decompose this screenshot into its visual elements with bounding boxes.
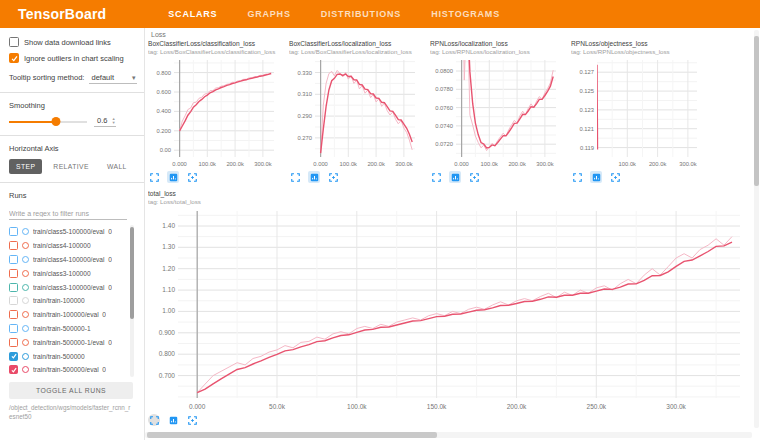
chart-tag: tag: Loss/RPNLoss/objectness_loss — [571, 48, 708, 56]
svg-text:1.00: 1.00 — [162, 307, 175, 314]
svg-text:200.0k: 200.0k — [507, 403, 527, 410]
smoothing-slider[interactable] — [9, 121, 87, 123]
runs-scrollbar[interactable] — [130, 225, 134, 377]
run-row[interactable]: train/train-500000/eval_0 — [9, 363, 138, 377]
chart-tag: tag: Loss/total_loss — [148, 198, 754, 206]
show-download-links-checkbox[interactable]: Show data download links — [9, 37, 138, 47]
svg-text:300.0k: 300.0k — [679, 161, 697, 167]
chevron-down-icon: ▾ — [132, 74, 136, 82]
chart-card: RPNLoss/objectness_losstag: Loss/RPNLoss… — [571, 40, 708, 184]
smoothing-control: 0.6 ▴▾ — [9, 116, 138, 127]
svg-text:0.000: 0.000 — [189, 403, 206, 410]
app-title: TensorBoard — [18, 6, 106, 22]
svg-text:0.119: 0.119 — [580, 145, 594, 151]
slider-thumb[interactable] — [51, 117, 60, 126]
run-color-swatch-icon — [22, 339, 29, 346]
expand-icon[interactable] — [148, 414, 160, 426]
run-checkbox[interactable] — [9, 338, 18, 347]
line-chart[interactable]: 0.000.2000.4000.6000.8000.000100.0k200.0… — [148, 57, 278, 169]
spinner-icon[interactable]: ▴▾ — [112, 117, 114, 124]
runs-label: Runs — [9, 191, 138, 200]
tab-histograms[interactable]: HISTOGRAMS — [431, 9, 500, 19]
run-color-swatch-icon — [22, 297, 29, 304]
smoothing-value: 0.6 — [97, 116, 107, 125]
run-checkbox[interactable] — [9, 255, 18, 264]
run-color-swatch-icon — [22, 242, 29, 249]
horizontal-scrollbar[interactable] — [145, 432, 752, 438]
run-row[interactable]: train/train-500000-1 — [9, 322, 138, 336]
tab-scalars[interactable]: SCALARS — [168, 9, 217, 19]
fit-domain-icon[interactable] — [186, 171, 198, 183]
svg-text:0.270: 0.270 — [297, 135, 312, 141]
fit-domain-icon[interactable] — [468, 171, 480, 183]
chart-type-icon[interactable] — [590, 171, 602, 183]
svg-text:0.700: 0.700 — [159, 372, 176, 379]
run-checkbox[interactable] — [9, 283, 18, 292]
svg-text:0.800: 0.800 — [159, 350, 176, 357]
expand-icon[interactable] — [289, 171, 301, 183]
settings-sidebar: Show data download links Ignore outliers… — [0, 28, 145, 440]
expand-icon[interactable] — [148, 171, 160, 183]
tab-distributions[interactable]: DISTRIBUTIONS — [321, 9, 401, 19]
axis-step-button[interactable]: STEP — [9, 159, 42, 174]
run-checkbox[interactable] — [9, 296, 18, 305]
chart-type-icon[interactable] — [167, 414, 179, 426]
run-row[interactable]: train/train-100000 — [9, 294, 138, 308]
expand-icon[interactable] — [430, 171, 442, 183]
chart-tag: tag: Loss/BoxClassifierLoss/classificati… — [148, 48, 285, 56]
svg-text:150.0k: 150.0k — [427, 403, 447, 410]
chart-toolbar — [148, 414, 754, 427]
run-color-swatch-icon — [22, 228, 29, 235]
svg-text:0.00: 0.00 — [160, 147, 171, 153]
chart-type-icon[interactable] — [308, 171, 320, 183]
divider — [0, 182, 144, 183]
axis-relative-button[interactable]: RELATIVE — [46, 159, 96, 174]
line-chart[interactable]: 0.2700.2900.3100.3300.000100.0k200.0k300… — [289, 57, 419, 169]
run-checkbox[interactable] — [9, 324, 18, 333]
chart-title: BoxClassifierLoss/classification_loss — [148, 40, 285, 48]
line-chart[interactable]: 0.7000.8000.9001.001.101.201.301.400.000… — [148, 207, 748, 412]
run-checkbox[interactable] — [9, 227, 18, 236]
axis-wall-button[interactable]: WALL — [100, 159, 134, 174]
run-checkbox[interactable] — [9, 352, 18, 361]
svg-text:0.0760: 0.0760 — [435, 105, 453, 111]
run-name: train/train-100000/eval_0 — [33, 311, 106, 318]
run-checkbox[interactable] — [9, 241, 18, 250]
run-row[interactable]: train/train-500000 — [9, 349, 138, 363]
svg-text:1.40: 1.40 — [162, 222, 175, 229]
tooltip-sort-dropdown[interactable]: default ▾ — [89, 73, 137, 84]
run-name: train/class3-100000/eval_0 — [33, 284, 112, 291]
toggle-all-runs-button[interactable]: TOGGLE ALL RUNS — [9, 382, 133, 399]
fit-domain-icon[interactable] — [327, 171, 339, 183]
run-color-swatch-icon — [22, 256, 29, 263]
smoothing-value-input[interactable]: 0.6 ▴▾ — [94, 116, 116, 127]
fit-domain-icon[interactable] — [609, 171, 621, 183]
tab-graphs[interactable]: GRAPHS — [247, 9, 290, 19]
line-chart[interactable]: 0.07200.07400.07600.07800.08000.000100.0… — [430, 57, 560, 169]
run-row[interactable]: train/class4-100000 — [9, 239, 138, 253]
vertical-scrollbar[interactable] — [754, 30, 759, 428]
run-checkbox[interactable] — [9, 365, 18, 374]
runs-filter-input[interactable] — [9, 208, 127, 220]
run-row[interactable]: train/train-100000/eval_0 — [9, 308, 138, 322]
expand-icon[interactable] — [571, 171, 583, 183]
run-checkbox[interactable] — [9, 269, 18, 278]
fit-domain-icon[interactable] — [186, 414, 198, 426]
chart-type-icon[interactable] — [167, 171, 179, 183]
run-row[interactable]: train/train-500000-1/eval_0 — [9, 335, 138, 349]
chart-type-icon[interactable] — [449, 171, 461, 183]
run-row[interactable]: train/class4-100000/eval_0 — [9, 253, 138, 267]
checkbox-checked-icon — [9, 53, 19, 63]
ignore-outliers-checkbox[interactable]: Ignore outliers in chart scaling — [9, 53, 138, 63]
run-row[interactable]: train/class3-100000 — [9, 266, 138, 280]
run-checkbox[interactable] — [9, 310, 18, 319]
main-content: Loss BoxClassifierLoss/classification_lo… — [145, 28, 760, 440]
svg-text:200.0k: 200.0k — [226, 161, 244, 167]
run-row[interactable]: train/class5-100000/eval_0 — [9, 225, 138, 239]
divider — [0, 92, 144, 93]
line-chart[interactable]: 0.1190.1210.1230.1250.127100.0k200.0k300… — [571, 57, 701, 169]
run-row[interactable]: train/class3-100000/eval_0 — [9, 280, 138, 294]
checkbox-unchecked-icon — [9, 37, 19, 47]
nav-tabs: SCALARS GRAPHS DISTRIBUTIONS HISTOGRAMS — [168, 9, 500, 19]
svg-text:0.000: 0.000 — [454, 161, 469, 167]
